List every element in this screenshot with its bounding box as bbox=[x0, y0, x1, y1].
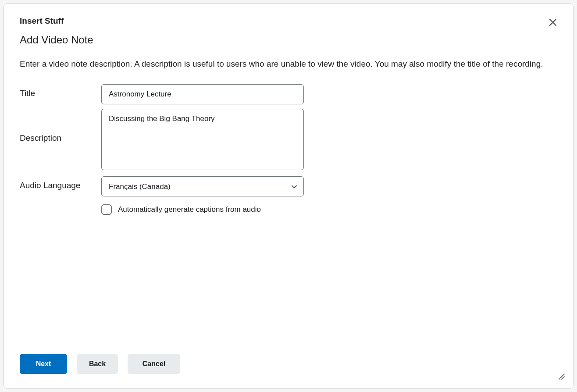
description-label: Description bbox=[20, 109, 101, 143]
audio-language-label: Audio Language bbox=[20, 176, 101, 190]
back-button[interactable]: Back bbox=[77, 354, 118, 374]
cancel-button[interactable]: Cancel bbox=[128, 354, 180, 374]
title-input-wrap bbox=[101, 84, 304, 104]
modal-title: Insert Stuff bbox=[20, 16, 557, 26]
instruction-text: Enter a video note description. A descri… bbox=[20, 57, 557, 70]
captions-checkbox-label: Automatically generate captions from aud… bbox=[118, 205, 261, 214]
audio-language-select[interactable]: Français (Canada) bbox=[101, 176, 304, 196]
title-row: Title bbox=[20, 84, 557, 104]
description-input[interactable]: Discussing the Big Bang Theory bbox=[101, 109, 304, 170]
audio-language-row: Audio Language Français (Canada) bbox=[20, 176, 557, 196]
description-row: Description Discussing the Big Bang Theo… bbox=[20, 109, 557, 172]
modal-header: Insert Stuff Add Video Note bbox=[4, 4, 573, 57]
modal-footer: Next Back Cancel bbox=[4, 345, 573, 388]
page-title: Add Video Note bbox=[20, 34, 557, 46]
description-input-wrap: Discussing the Big Bang Theory bbox=[101, 109, 304, 172]
close-icon bbox=[549, 18, 556, 28]
title-input[interactable] bbox=[101, 84, 304, 104]
captions-checkbox-row: Automatically generate captions from aud… bbox=[101, 204, 557, 215]
next-button[interactable]: Next bbox=[20, 354, 67, 374]
title-label: Title bbox=[20, 84, 101, 98]
captions-checkbox[interactable] bbox=[101, 204, 112, 215]
modal-body: Enter a video note description. A descri… bbox=[4, 57, 573, 345]
audio-language-select-wrap: Français (Canada) bbox=[101, 176, 304, 196]
insert-stuff-modal: Insert Stuff Add Video Note Enter a vide… bbox=[4, 4, 573, 388]
close-button[interactable] bbox=[546, 15, 560, 31]
